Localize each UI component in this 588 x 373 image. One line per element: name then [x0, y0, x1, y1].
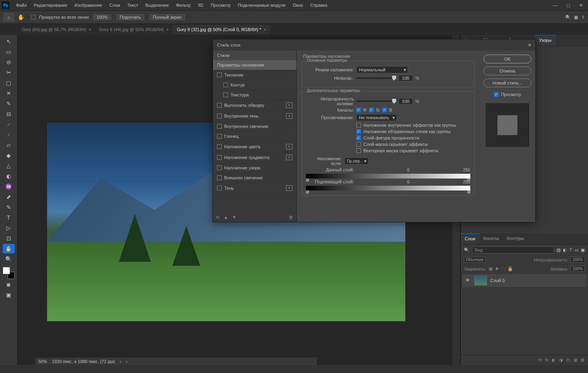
menu-Окно[interactable]: Окно: [290, 1, 306, 9]
style-satin[interactable]: Глянец: [213, 132, 296, 141]
style-color[interactable]: Наложение цвета+: [213, 141, 296, 152]
search-icon[interactable]: 🔍: [565, 15, 571, 20]
home-button[interactable]: ⌂: [3, 13, 14, 22]
channel-b-checkbox[interactable]: ✓: [382, 108, 387, 112]
chevron-left-icon[interactable]: ‹: [126, 359, 128, 364]
tool-11[interactable]: ◆: [3, 151, 15, 160]
doc-info[interactable]: 1920 пикс. x 1080 пикс. (72 ppi): [52, 359, 115, 364]
panel-tab-Слои[interactable]: Слои: [461, 234, 479, 244]
close-button[interactable]: ✕: [575, 1, 586, 9]
style-pattern[interactable]: Наложение узора: [213, 163, 296, 173]
document-tab[interactable]: Gory 8 (32).jpg @ 50% (Слой 0, RGB/8#) *…: [173, 25, 270, 34]
opacity-input[interactable]: 100: [399, 75, 413, 81]
tool-8[interactable]: ⟋: [3, 120, 15, 129]
layer-filter[interactable]: Вид: [472, 246, 554, 253]
menu-Изображение[interactable]: Изображение: [71, 1, 105, 9]
style-ishadow[interactable]: Внутренняя тень+: [213, 111, 296, 122]
add-instance-icon[interactable]: +: [286, 185, 292, 191]
share-icon[interactable]: ⇪: [581, 15, 585, 20]
style-checkbox[interactable]: [217, 114, 222, 118]
tab-close-icon[interactable]: ×: [89, 27, 91, 32]
workspace-icon[interactable]: ▦: [574, 15, 578, 20]
lock-all-icon[interactable]: ▦: [489, 266, 493, 271]
fill-value[interactable]: 100%: [570, 266, 585, 272]
style-checkbox[interactable]: [217, 155, 222, 160]
cb-inner-group[interactable]: [356, 123, 361, 128]
filter-shape-icon[interactable]: ▭: [574, 247, 578, 253]
layer-row[interactable]: 👁 Слой 0: [462, 274, 586, 287]
document-tab[interactable]: Gory 6 (44).jpg @ 50% (RGB/8#)×: [95, 25, 173, 34]
style-bevel[interactable]: Тиснение: [213, 70, 296, 80]
arrow-down-icon[interactable]: ▼: [232, 215, 236, 220]
maximize-button[interactable]: ▢: [562, 1, 574, 9]
cb-trans-shape[interactable]: ✓: [356, 135, 361, 140]
under-layer-gradient[interactable]: [306, 186, 470, 190]
panel-tab-Каналы[interactable]: Каналы: [479, 234, 503, 244]
tool-12[interactable]: △: [3, 161, 15, 171]
add-instance-icon[interactable]: +: [286, 144, 292, 149]
preview-checkbox[interactable]: ✓: [494, 92, 499, 97]
this-layer-gradient[interactable]: [306, 174, 470, 179]
lock-pixels-icon[interactable]: ⬚: [501, 266, 505, 271]
link-icon[interactable]: ⟲: [538, 357, 542, 363]
opacity-slider[interactable]: [356, 77, 396, 79]
cb-mask-hide[interactable]: [356, 142, 361, 147]
style-checkbox[interactable]: [217, 103, 222, 108]
filter-icon[interactable]: 🔍: [464, 247, 470, 253]
color-swatches[interactable]: [3, 267, 15, 279]
lock-icon[interactable]: 🔒: [507, 266, 513, 271]
blend-mode-select[interactable]: Обычные: [464, 257, 485, 263]
fx-icon[interactable]: fx: [545, 357, 549, 363]
tab-close-icon[interactable]: ×: [166, 27, 169, 32]
filter-adjust-icon[interactable]: ◐: [563, 247, 567, 253]
cb-vmask-hide[interactable]: [356, 148, 361, 153]
channel-g-checkbox[interactable]: ✓: [369, 108, 374, 112]
tool-21[interactable]: 🔍: [3, 254, 15, 264]
style-checkbox[interactable]: [217, 144, 222, 149]
quickmask-icon[interactable]: ◙: [3, 280, 15, 289]
menu-Просмотр[interactable]: Просмотр: [207, 1, 234, 9]
layer-thumbnail[interactable]: [474, 276, 487, 285]
tool-13[interactable]: ◐: [3, 171, 15, 181]
style-texture[interactable]: Текстура: [213, 90, 296, 100]
style-stroke[interactable]: Выполнить обводку+: [213, 100, 296, 111]
tool-6[interactable]: ✎: [3, 99, 15, 108]
style-checkbox[interactable]: [217, 165, 222, 170]
dialog-close-icon[interactable]: ✕: [528, 43, 531, 48]
style-checkbox[interactable]: [217, 175, 222, 180]
scroll-all-checkbox[interactable]: [31, 15, 36, 20]
tool-14[interactable]: ♒: [3, 182, 15, 191]
document-tab[interactable]: Gory (84).jpg @ 66,7% (RGB/8#)×: [18, 25, 95, 34]
panel-tab-Контуры[interactable]: Контуры: [503, 234, 528, 244]
tool-19[interactable]: ⊡: [3, 234, 15, 243]
style-grad[interactable]: Наложение градиента+: [213, 152, 296, 163]
menu-Фильтр[interactable]: Фильтр: [173, 1, 194, 9]
menu-Справка[interactable]: Справка: [307, 1, 331, 9]
menu-Текст[interactable]: Текст: [124, 1, 142, 9]
ok-button[interactable]: OK: [483, 55, 531, 63]
tool-10[interactable]: ▱: [3, 140, 15, 150]
zoom-level[interactable]: 50%: [38, 359, 47, 364]
cb-clip-group[interactable]: ✓: [356, 129, 361, 134]
minimize-button[interactable]: —: [550, 1, 561, 9]
style-iglow[interactable]: Внутреннее свечение: [213, 122, 296, 132]
style-contour[interactable]: Контур: [213, 80, 296, 90]
knockout-select[interactable]: Не показывать: [356, 114, 397, 121]
style-checkbox[interactable]: [217, 124, 222, 129]
screenmode-icon[interactable]: ▣: [3, 290, 15, 300]
tab-close-icon[interactable]: ×: [264, 27, 266, 32]
adjustment-icon[interactable]: ◑: [559, 357, 563, 363]
tool-7[interactable]: ⊟: [3, 109, 15, 119]
fill-opacity-slider[interactable]: [356, 100, 396, 102]
tool-9[interactable]: ⟋: [3, 130, 15, 139]
tool-18[interactable]: ▷: [3, 223, 15, 233]
panel-tab-Узоры[interactable]: Узоры: [535, 35, 555, 46]
tool-17[interactable]: T: [3, 213, 15, 222]
folder-icon[interactable]: 🗀: [566, 357, 570, 363]
chevron-right-icon[interactable]: ›: [120, 359, 121, 364]
tool-20[interactable]: ✋: [3, 244, 15, 253]
channel-r-checkbox[interactable]: ✓: [356, 108, 361, 112]
style-checkbox[interactable]: [217, 186, 222, 190]
trash-icon[interactable]: 🗑: [289, 215, 293, 220]
tool-4[interactable]: ▢: [3, 78, 15, 88]
